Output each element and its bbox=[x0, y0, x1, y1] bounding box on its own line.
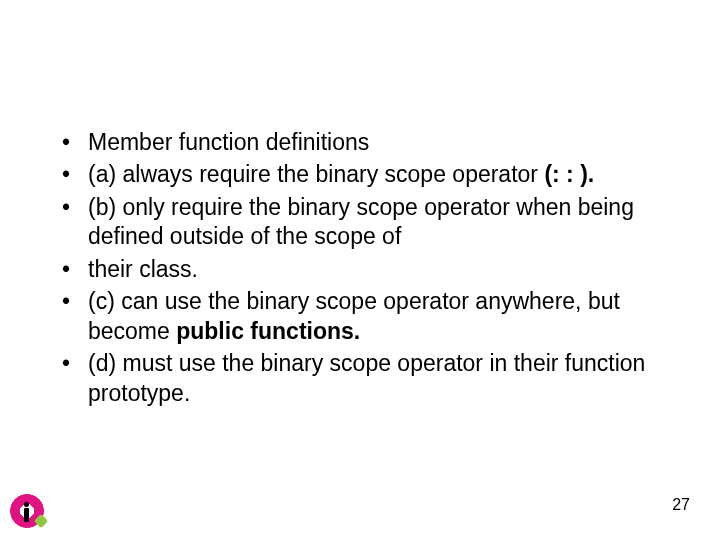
content-area: Member function definitions (a) always r… bbox=[60, 128, 670, 411]
bullet-text: Member function definitions bbox=[88, 129, 369, 155]
bullet-text: (a) always require the binary scope oper… bbox=[88, 161, 544, 187]
list-item: Member function definitions bbox=[60, 128, 670, 157]
page-number: 27 bbox=[672, 496, 690, 514]
bullet-text: (d) must use the binary scope operator i… bbox=[88, 350, 645, 405]
bullet-text: their class. bbox=[88, 256, 198, 282]
list-item: (d) must use the binary scope operator i… bbox=[60, 349, 670, 408]
logo-icon bbox=[10, 494, 44, 528]
bullet-bold: (: : ). bbox=[544, 161, 594, 187]
bullet-bold: public functions. bbox=[176, 318, 360, 344]
slide: Member function definitions (a) always r… bbox=[0, 0, 720, 540]
logo-i-dot bbox=[24, 502, 29, 507]
list-item: their class. bbox=[60, 255, 670, 284]
bullet-text: (b) only require the binary scope operat… bbox=[88, 194, 634, 249]
logo-i-stem bbox=[24, 508, 29, 522]
list-item: (a) always require the binary scope oper… bbox=[60, 160, 670, 189]
list-item: (b) only require the binary scope operat… bbox=[60, 193, 670, 252]
list-item: (c) can use the binary scope operator an… bbox=[60, 287, 670, 346]
bullet-list: Member function definitions (a) always r… bbox=[60, 128, 670, 408]
